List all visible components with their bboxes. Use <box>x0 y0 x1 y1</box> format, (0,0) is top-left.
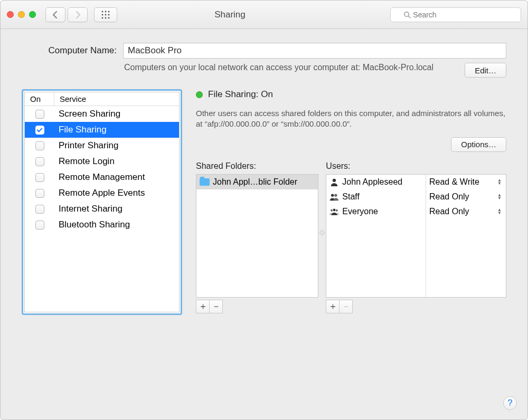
user-permission-label: Read Only <box>429 192 469 202</box>
computer-name-input[interactable] <box>123 43 506 59</box>
service-row[interactable]: File Sharing <box>25 122 179 138</box>
service-checkbox[interactable] <box>35 141 44 150</box>
folder-icon <box>200 178 210 186</box>
stepper-icon[interactable]: ▲▼ <box>497 194 502 200</box>
service-row[interactable]: Remote Management <box>25 169 179 185</box>
svg-point-14 <box>333 208 336 211</box>
search-input[interactable] <box>413 11 507 19</box>
remove-user-button[interactable]: － <box>339 300 353 313</box>
users-pair-icon <box>329 192 339 202</box>
search-field[interactable] <box>390 7 521 22</box>
user-permission-row[interactable]: Read Only▲▼ <box>426 204 506 219</box>
chevron-left-icon <box>52 11 59 18</box>
add-user-button[interactable]: ＋ <box>326 300 340 313</box>
services-column-on: On <box>25 92 54 106</box>
user-row[interactable]: John Appleseed <box>326 175 426 189</box>
shared-folders-label: Shared Folders: <box>196 161 318 171</box>
stepper-icon[interactable]: ▲▼ <box>497 208 502 215</box>
service-name: Printer Sharing <box>54 140 179 151</box>
user-row[interactable]: Staff <box>326 189 426 204</box>
service-checkbox[interactable] <box>35 110 44 119</box>
service-row[interactable]: Printer Sharing <box>25 138 179 154</box>
user-name: John Appleseed <box>342 177 402 187</box>
svg-point-12 <box>331 194 334 196</box>
stepper-icon[interactable]: ▲▼ <box>497 179 502 185</box>
service-checkbox[interactable] <box>35 205 44 214</box>
service-row[interactable]: Internet Sharing <box>25 201 179 217</box>
user-permission-row[interactable]: Read Only▲▼ <box>426 189 506 204</box>
svg-point-16 <box>336 209 338 211</box>
user-permission-row[interactable]: Read & Write▲▼ <box>426 175 506 189</box>
window-title: Sharing <box>70 9 390 20</box>
shared-folders-list[interactable]: John Appl…blic Folder <box>196 174 318 298</box>
search-icon <box>403 11 411 18</box>
service-name: Remote Apple Events <box>54 188 179 198</box>
service-row[interactable]: Screen Sharing <box>25 106 179 122</box>
user-permission-label: Read Only <box>429 207 469 216</box>
service-row[interactable]: Bluetooth Sharing <box>25 217 179 233</box>
pane-resize-handle[interactable] <box>319 230 325 235</box>
remove-folder-button[interactable]: － <box>209 300 223 313</box>
svg-line-10 <box>409 16 411 18</box>
service-name: File Sharing <box>54 125 179 135</box>
status-description: Other users can access shared folders on… <box>196 108 506 130</box>
computer-name-help-text: Computers on your local network can acce… <box>124 63 465 78</box>
help-button[interactable]: ? <box>503 396 517 410</box>
service-name: Remote Login <box>54 156 179 167</box>
add-folder-button[interactable]: ＋ <box>196 300 210 313</box>
service-name: Bluetooth Sharing <box>54 219 179 230</box>
user-icon <box>329 177 339 187</box>
service-name: Remote Management <box>54 172 179 183</box>
status-title: File Sharing: On <box>208 89 273 100</box>
users-label: Users: <box>326 161 506 171</box>
users-list[interactable]: John AppleseedStaffEveryone Read & Write… <box>326 174 506 298</box>
window-close-button[interactable] <box>7 11 14 18</box>
svg-point-11 <box>333 178 336 182</box>
options-button[interactable]: Options… <box>451 137 506 152</box>
status-indicator-icon <box>196 91 203 98</box>
computer-name-label: Computer Name: <box>22 45 117 56</box>
service-checkbox[interactable] <box>35 189 44 198</box>
services-column-service: Service <box>54 92 179 106</box>
user-name: Everyone <box>342 207 378 216</box>
window-minimize-button[interactable] <box>18 11 25 18</box>
services-list: On Service Screen SharingFile SharingPri… <box>22 89 182 315</box>
user-name: Staff <box>342 192 360 202</box>
user-row[interactable]: Everyone <box>326 204 426 219</box>
user-permission-label: Read & Write <box>429 177 479 187</box>
service-checkbox[interactable] <box>35 126 44 135</box>
service-row[interactable]: Remote Login <box>25 154 179 169</box>
service-name: Internet Sharing <box>54 204 179 214</box>
edit-button[interactable]: Edit… <box>465 63 506 78</box>
users-group-icon <box>329 207 339 216</box>
service-checkbox[interactable] <box>35 173 44 182</box>
service-checkbox[interactable] <box>35 221 44 230</box>
svg-point-13 <box>335 194 337 196</box>
window-zoom-button[interactable] <box>29 11 36 18</box>
service-row[interactable]: Remote Apple Events <box>25 185 179 201</box>
back-button[interactable] <box>45 7 65 22</box>
shared-folder-row[interactable]: John Appl…blic Folder <box>196 175 318 189</box>
service-name: Screen Sharing <box>54 109 179 119</box>
svg-point-15 <box>331 209 333 211</box>
shared-folder-name: John Appl…blic Folder <box>213 177 297 187</box>
service-checkbox[interactable] <box>35 157 44 166</box>
